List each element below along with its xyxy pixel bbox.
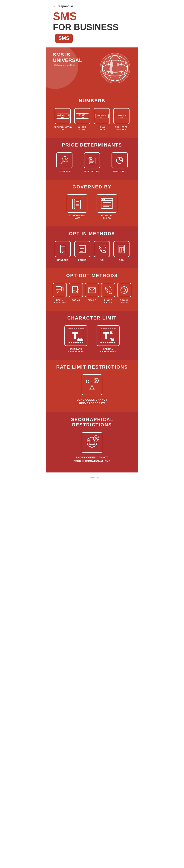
standard-char-svg: T 160 (67, 328, 85, 344)
list-item: HANDSET (55, 241, 71, 261)
social-media-icon (117, 283, 131, 297)
svg-text:70: 70 (110, 338, 114, 342)
forms-optout-icon (69, 283, 83, 297)
footer: ✓ respond.io (46, 472, 138, 482)
handset-icon (55, 241, 71, 257)
industry-rules-label: INDUSTRYRULES (101, 214, 113, 220)
governed-section: GOVERNED BY GOVERNMENTLAWS (46, 180, 138, 226)
long-code-label: LONGCODE (99, 126, 105, 131)
price-grid: SETUP FEE MONTHLY FEE (50, 152, 134, 173)
svg-point-23 (102, 199, 103, 200)
svg-text:✕: ✕ (109, 331, 112, 335)
list-item: business123 ALPHANUMERICID (55, 108, 71, 131)
monthly-fee-label: MONTHLY FEE (84, 170, 100, 173)
list-item: USAGE FEE (112, 152, 127, 173)
scroll-svg (87, 155, 97, 165)
special-chars-icon: T ✕ 70 (97, 325, 120, 346)
emails-label: EMAILS (88, 299, 96, 302)
opt-out-grid: REPLYKEYWORD FORMS (50, 283, 134, 304)
alphanumeric-label: ALPHANUMERICID (53, 126, 72, 131)
standard-chars-label: STANDARDCHARACTERS (68, 348, 84, 353)
logo-text: respond.io (58, 4, 73, 8)
international-sms-icon (82, 432, 102, 453)
universal-text: SMS IS UNIVERSAL *5 billion users worldw… (53, 52, 131, 66)
list-item: 12013511194 LONGCODE (94, 108, 110, 131)
geographical-section: GEOGRAPHICAL RESTRICTIONS SHORT CODES CA… (46, 412, 138, 472)
hero-title: SMS IS UNIVERSAL (53, 52, 131, 63)
reply-svg (55, 285, 64, 294)
character-limit-section: CHARACTER LIMIT T 160 STANDARDCHARACTERS (46, 311, 138, 360)
geographical-content: SHORT CODES CANNOTSEND INTERNATIONAL SMS (50, 432, 134, 463)
svg-rect-41 (121, 249, 122, 249)
list-item: INDUSTRYRULES (97, 194, 117, 220)
svg-text:160: 160 (77, 338, 83, 342)
opt-in-section: OPT-IN METHODS HANDSET (46, 226, 138, 268)
special-chars-label: SPECIALCHARACTERS (100, 348, 116, 353)
industry-rules-icon (97, 194, 117, 213)
rate-limit-title: RATE LIMIT RESTRICTIONS (50, 365, 134, 370)
numbers-section: NUMBERS business123 ALPHANUMERICID 22323 (46, 94, 138, 138)
long-code-icon: 12013511194 (94, 108, 110, 124)
emails-icon (85, 283, 99, 297)
ivr-icon (94, 241, 110, 257)
svg-rect-42 (123, 249, 124, 249)
short-code-icon: 22323 (74, 108, 90, 124)
footer-logo-text: respond.io (88, 476, 99, 478)
numbers-title: NUMBERS (50, 98, 134, 103)
ivr-svg (97, 244, 107, 254)
svg-line-71 (90, 385, 92, 390)
list-item: 22323 SHORTCODE (74, 108, 90, 131)
email-svg (87, 285, 97, 294)
alphanumeric-icon: business123 (55, 108, 71, 124)
forms-svg (77, 244, 87, 254)
svg-text:T: T (72, 331, 78, 340)
usage-fee-label: USAGE FEE (113, 170, 126, 173)
call-svg (104, 285, 113, 294)
reply-keyword-label: REPLYKEYWORD (54, 299, 66, 304)
social-svg (120, 285, 129, 294)
reply-keyword-icon (53, 283, 67, 297)
setup-fee-label: SETUP FEE (58, 170, 71, 173)
price-title: PRICE DETERMINANTS (50, 142, 134, 148)
special-char-svg: T ✕ 70 (99, 328, 117, 344)
rate-limit-content: LONG CODES CANNOTSEND BROADCASTS (50, 374, 134, 405)
char-limit-title: CHARACTER LIMIT (50, 315, 134, 321)
svg-rect-40 (119, 249, 120, 249)
phone-calls-label: PHONECALLS (104, 299, 112, 304)
geo-svg (85, 435, 100, 450)
government-laws-icon (67, 194, 87, 213)
svg-text:T: T (104, 331, 109, 340)
svg-line-54 (78, 289, 79, 289)
svg-rect-43 (119, 250, 120, 251)
svg-point-24 (104, 199, 105, 200)
svg-line-72 (92, 385, 94, 390)
list-item: SOCIALMEDIA (117, 283, 131, 304)
char-grid: T 160 STANDARDCHARACTERS T ✕ (50, 325, 134, 353)
social-media-label: SOCIALMEDIA (120, 299, 128, 304)
standard-chars-icon: T 160 (64, 325, 87, 346)
list-item: POS (113, 241, 130, 261)
sms-badge: SMS (55, 34, 73, 43)
list-item: FORMS (69, 283, 83, 304)
svg-point-32 (62, 252, 63, 253)
edit-form-svg (71, 285, 80, 294)
list-item: 18008882525 TOLL FREENUMBER (113, 108, 130, 131)
geographical-title: GEOGRAPHICAL RESTRICTIONS (50, 417, 134, 428)
browser-svg (100, 196, 114, 210)
svg-point-57 (123, 289, 125, 291)
pos-svg (116, 244, 126, 254)
list-item: FORMS (74, 241, 90, 261)
monthly-fee-icon (84, 152, 100, 168)
setup-fee-icon (57, 152, 72, 168)
title-for-business: FOR BUSINESS SMS (53, 23, 131, 43)
opt-out-title: OPT-OUT METHODS (50, 273, 134, 278)
list-item: EMAILS (85, 283, 99, 304)
ivr-label: IVR (100, 259, 104, 261)
wrench-svg (59, 155, 69, 165)
list-item: SETUP FEE (57, 152, 72, 173)
broadcast-svg (85, 377, 100, 392)
forms-optout-label: FORMS (72, 299, 80, 302)
forms-optin-icon (74, 241, 90, 257)
piechart-svg (115, 155, 125, 165)
list-item: REPLYKEYWORD (53, 283, 67, 304)
